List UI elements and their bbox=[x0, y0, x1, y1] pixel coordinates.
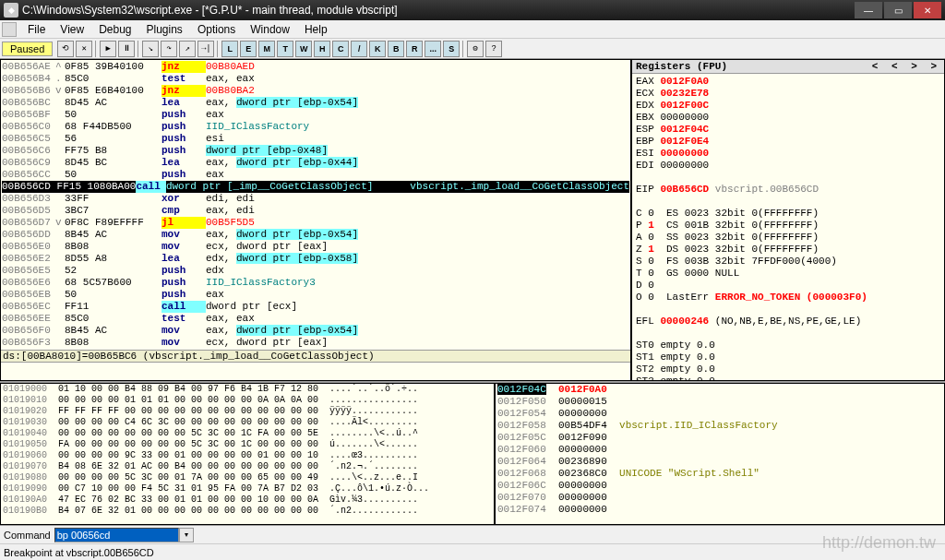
register-row[interactable] bbox=[636, 304, 940, 316]
hex-row[interactable]: 01019040 00 00 00 00 00 00 00 00 5C 3C 0… bbox=[1, 428, 494, 439]
asm-line[interactable]: 00B656BC 8D45 ACleaeax, dword ptr [ebp-0… bbox=[2, 97, 629, 109]
registers-panel[interactable]: Registers (FPU) < < > > EAX 0012F0A0ECX … bbox=[631, 59, 945, 381]
menu-debug[interactable]: Debug bbox=[91, 21, 138, 38]
asm-line[interactable]: 00B656D3 33FFxoredi, edi bbox=[2, 193, 629, 205]
register-row[interactable]: ESP 0012F04C bbox=[636, 124, 940, 136]
asm-line[interactable]: 00B656C9 8D45 BCleaeax, dword ptr [ebp-0… bbox=[2, 157, 629, 169]
menu-file[interactable]: File bbox=[20, 21, 53, 38]
registers-nav-icons[interactable]: < < > > bbox=[872, 61, 940, 72]
asm-line[interactable]: 00B656EE 85C0testeax, eax bbox=[2, 313, 629, 325]
toolbar-letter-T[interactable]: T bbox=[277, 41, 293, 57]
stack-row[interactable]: 0012F060 00000000 bbox=[496, 444, 944, 456]
asm-line[interactable]: 00B656E2 8D55 A8leaedx, dword ptr [ebp-0… bbox=[2, 253, 629, 265]
asm-line[interactable]: 00B656B4.85C0testeax, eax bbox=[2, 73, 629, 85]
hex-row[interactable]: 01019050 FA 00 00 00 00 00 00 00 5C 3C 0… bbox=[1, 439, 494, 450]
register-row[interactable]: A 0 SS 0023 32bit 0(FFFFFFFF) bbox=[636, 232, 940, 244]
asm-line[interactable]: 00B656F0 8B45 ACmoveax, dword ptr [ebp-0… bbox=[2, 325, 629, 337]
command-input[interactable] bbox=[54, 528, 179, 542]
menu-view[interactable]: View bbox=[53, 21, 91, 38]
register-row[interactable] bbox=[636, 328, 940, 340]
asm-line[interactable]: 00B656CC 50pusheax bbox=[2, 169, 629, 181]
register-row[interactable]: ST0 empty 0.0 bbox=[636, 340, 940, 351]
hex-row[interactable]: 01019000 01 10 00 00 B4 88 09 B4 00 97 F… bbox=[1, 384, 494, 395]
menu-plugins[interactable]: Plugins bbox=[139, 21, 190, 38]
close-button[interactable]: ✕ bbox=[914, 2, 941, 18]
toolbar-letter-/[interactable]: / bbox=[351, 41, 367, 57]
toolbar-run[interactable]: ▶ bbox=[100, 41, 116, 57]
hexdump-panel[interactable]: 01019000 01 10 00 00 B4 88 09 B4 00 97 F… bbox=[0, 383, 495, 525]
register-row[interactable] bbox=[636, 172, 940, 184]
register-row[interactable]: Z 1 DS 0023 32bit 0(FFFFFFFF) bbox=[636, 244, 940, 256]
asm-line[interactable]: 00B656D5 3BC7cmpeax, edi bbox=[2, 205, 629, 217]
toolbar-restart[interactable]: ⟲ bbox=[57, 41, 74, 57]
maximize-button[interactable]: ▭ bbox=[884, 2, 912, 18]
system-menu-icon[interactable] bbox=[2, 22, 17, 37]
menu-window[interactable]: Window bbox=[243, 21, 297, 38]
register-row[interactable]: EDI 00000000 bbox=[636, 160, 940, 172]
asm-line[interactable]: 00B656BF 50pusheax bbox=[2, 109, 629, 121]
asm-line[interactable]: 00B656B6v0F85 E6B40100jnz00B80BA2 bbox=[2, 85, 629, 97]
asm-line[interactable]: 00B656C5 56pushesi bbox=[2, 133, 629, 145]
register-row[interactable]: ST3 empty 0.0 bbox=[636, 375, 940, 380]
toolbar-letter-L[interactable]: L bbox=[221, 41, 238, 57]
toolbar-help[interactable]: ? bbox=[485, 41, 502, 57]
toolbar-letter-...[interactable]: ... bbox=[425, 41, 441, 57]
stack-row[interactable]: 0012F064 00236890 bbox=[496, 456, 944, 468]
window-titlebar[interactable]: ◆ C:\Windows\System32\wscript.exe - [*G.… bbox=[0, 0, 945, 20]
stack-row[interactable]: 0012F068 002368C0 UNICODE "WScript.Shell… bbox=[496, 468, 944, 480]
register-row[interactable]: ST2 empty 0.0 bbox=[636, 363, 940, 375]
asm-line[interactable]: 00B656EB 50pusheax bbox=[2, 289, 629, 301]
hex-row[interactable]: 01019020 FF FF FF FF 00 00 00 00 00 00 0… bbox=[1, 406, 494, 417]
asm-line[interactable]: 00B656F3 8B08movecx, dword ptr [eax] bbox=[2, 337, 629, 349]
hex-row[interactable]: 01019060 00 00 00 00 9C 33 00 01 00 00 0… bbox=[1, 450, 494, 461]
hex-row[interactable]: 01019010 00 00 00 00 01 01 01 00 00 00 0… bbox=[1, 395, 494, 406]
toolbar-step-over[interactable]: ↷ bbox=[161, 41, 177, 57]
asm-line[interactable]: 00B656C0 68 F44DB500pushIID_IClassFactor… bbox=[2, 121, 629, 133]
register-row[interactable]: S 0 FS 003B 32bit 7FFDF000(4000) bbox=[636, 256, 940, 268]
stack-row[interactable]: 0012F04C 0012F0A0 bbox=[496, 384, 944, 396]
register-row[interactable]: P 1 CS 001B 32bit 0(FFFFFFFF) bbox=[636, 220, 940, 232]
register-row[interactable]: C 0 ES 0023 32bit 0(FFFFFFFF) bbox=[636, 208, 940, 220]
toolbar-letter-M[interactable]: M bbox=[258, 41, 275, 57]
toolbar-run-to[interactable]: →| bbox=[197, 41, 214, 57]
stack-row[interactable]: 0012F05C 0012F090 bbox=[496, 432, 944, 444]
asm-line[interactable]: 00B656C6 FF75 B8pushdword ptr [ebp-0x48] bbox=[2, 145, 629, 157]
toolbar-settings[interactable]: ⚙ bbox=[467, 41, 484, 57]
asm-line[interactable]: 00B656D7v0F8C F89EFFFFjl00B5F5D5 bbox=[2, 217, 629, 229]
stack-row[interactable]: 0012F070 00000000 bbox=[496, 492, 944, 504]
stack-row[interactable]: 0012F074 00000000 bbox=[496, 504, 944, 516]
disassembly-panel[interactable]: 00B656AE^0F85 39B40100jnz00B80AED00B656B… bbox=[0, 59, 631, 381]
hex-row[interactable]: 010190B0 B4 07 6E 32 01 00 00 00 00 00 0… bbox=[1, 506, 494, 517]
asm-line[interactable]: 00B656AE^0F85 39B40100jnz00B80AED bbox=[2, 61, 629, 73]
toolbar-letter-K[interactable]: K bbox=[369, 41, 386, 57]
register-row[interactable]: EBX 00000000 bbox=[636, 112, 940, 124]
asm-line[interactable]: 00B656EC FF11calldword ptr [ecx] bbox=[2, 301, 629, 313]
registers-header[interactable]: Registers (FPU) < < > > bbox=[632, 60, 944, 74]
hex-row[interactable]: 01019070 B4 08 6E 32 01 AC 00 B4 00 00 0… bbox=[1, 461, 494, 472]
toolbar-close[interactable]: ✕ bbox=[76, 41, 92, 57]
menu-options[interactable]: Options bbox=[190, 21, 243, 38]
minimize-button[interactable]: — bbox=[855, 2, 882, 18]
register-row[interactable]: D 0 bbox=[636, 280, 940, 292]
toolbar-step-into[interactable]: ↘ bbox=[142, 41, 159, 57]
command-dropdown-icon[interactable]: ▾ bbox=[179, 528, 194, 542]
toolbar-letter-C[interactable]: C bbox=[332, 41, 349, 57]
toolbar-letter-H[interactable]: H bbox=[314, 41, 330, 57]
hex-row[interactable]: 01019090 00 C7 10 00 00 F4 5C 31 01 95 F… bbox=[1, 483, 494, 494]
toolbar-letter-S[interactable]: S bbox=[443, 41, 460, 57]
register-row[interactable]: ECX 00232E78 bbox=[636, 88, 940, 100]
asm-line[interactable]: 00B656CD FF15 1080BA00calldword ptr [_im… bbox=[2, 181, 629, 193]
register-row[interactable]: EBP 0012F0E4 bbox=[636, 136, 940, 148]
stack-row[interactable]: 0012F06C 00000000 bbox=[496, 480, 944, 492]
stack-row[interactable]: 0012F058 00B54DF4 vbscript.IID_IClassFac… bbox=[496, 420, 944, 432]
stack-row[interactable]: 0012F054 00000000 bbox=[496, 408, 944, 420]
hex-row[interactable]: 010190A0 47 EC 76 02 BC 33 00 01 01 00 0… bbox=[1, 494, 494, 506]
hex-row[interactable]: 01019030 00 00 00 00 C4 6C 3C 00 00 00 0… bbox=[1, 417, 494, 428]
hex-row[interactable]: 01019080 00 00 00 00 5C 3C 00 01 7A 00 0… bbox=[1, 472, 494, 483]
asm-line[interactable]: 00B656E6 68 5C57B600pushIID_IClassFactor… bbox=[2, 277, 629, 289]
toolbar-letter-B[interactable]: B bbox=[388, 41, 404, 57]
asm-line[interactable]: 00B656E5 52pushedx bbox=[2, 265, 629, 277]
asm-line[interactable]: 00B656DD 8B45 ACmoveax, dword ptr [ebp-0… bbox=[2, 229, 629, 241]
asm-line[interactable]: 00B656E0 8B08movecx, dword ptr [eax] bbox=[2, 241, 629, 253]
register-row[interactable]: ESI 00000000 bbox=[636, 148, 940, 160]
